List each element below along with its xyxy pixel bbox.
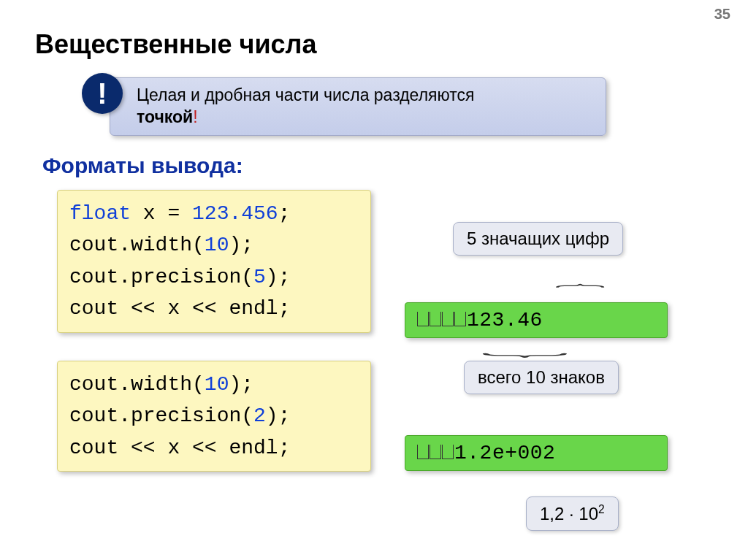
callout-significant-digits: 5 значащих цифр <box>453 222 623 256</box>
space-icon <box>417 312 429 326</box>
exclamation-icon: ! <box>82 73 123 114</box>
section-label: Форматы вывода: <box>42 153 243 178</box>
code-block-2: cout.width(10); cout.precision(2); cout … <box>57 361 371 472</box>
page-number: 35 <box>714 6 730 23</box>
info-exclaim: ! <box>193 107 197 126</box>
space-icon <box>442 445 454 459</box>
page-title: Вещественные числа <box>35 29 316 60</box>
brace-top-icon: ⏞ <box>556 282 605 302</box>
callout-scientific: 1,2 · 102 <box>526 496 619 531</box>
callout-scientific-sup: 2 <box>598 503 605 515</box>
callout-total-chars: всего 10 знаков <box>464 361 619 394</box>
space-icon <box>454 312 466 326</box>
brace-bottom-icon: ⏞ <box>482 335 566 361</box>
output-value-2: 1.2e+002 <box>454 442 555 464</box>
info-text-bold: точкой <box>137 107 193 126</box>
space-icon <box>417 445 429 459</box>
space-icon <box>430 445 441 459</box>
info-text-pre: Целая и дробная части числа разделяются <box>137 85 475 104</box>
output-box-2: 1.2e+002 <box>405 435 668 471</box>
space-icon <box>442 312 454 326</box>
space-icon <box>430 312 441 326</box>
output-box-1: 123.46 <box>405 302 668 338</box>
output-value-1: 123.46 <box>467 309 543 331</box>
info-text: Целая и дробная части числа разделяются … <box>137 85 475 129</box>
code-block-1: float x = 123.456; cout.width(10); cout.… <box>57 190 371 333</box>
callout-scientific-text: 1,2 · 10 <box>540 504 598 523</box>
info-box: Целая и дробная части числа разделяются … <box>110 77 606 136</box>
